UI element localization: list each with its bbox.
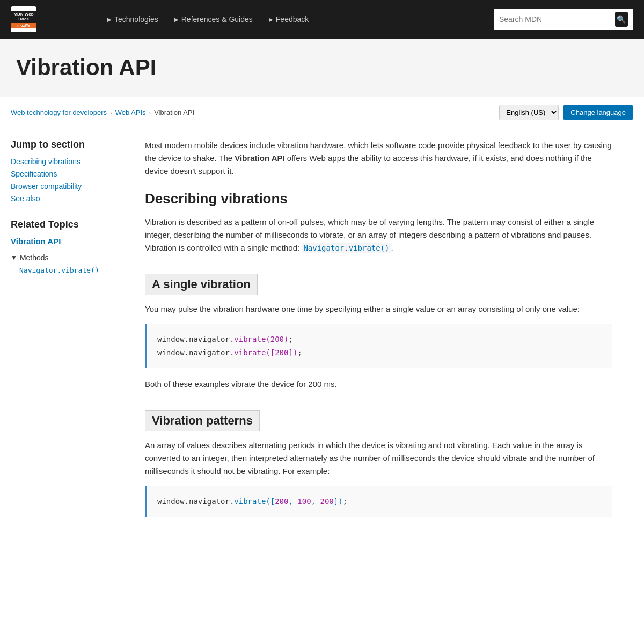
- code1-line1: window.navigator.vibrate(200);: [157, 333, 601, 346]
- breadcrumb-sep-1: ›: [110, 109, 112, 116]
- related-api-link[interactable]: Vibration API: [11, 237, 129, 246]
- code2-semi: ;: [343, 497, 347, 506]
- logo-bottom-text: mozí//a: [11, 23, 36, 28]
- code2-n3: 200: [320, 497, 333, 506]
- code2-method-start: vibrate([: [234, 497, 275, 506]
- code2-line1: window.navigator.vibrate([200, 100, 200]…: [157, 495, 601, 508]
- breadcrumb-web-tech[interactable]: Web technology for developers: [11, 108, 107, 116]
- breadcrumb: Web technology for developers › Web APIs…: [11, 108, 194, 116]
- code2-dot1: .: [185, 497, 189, 506]
- code1-l2-method: vibrate([200]): [234, 348, 297, 357]
- patterns-paragraph: An array of values describes alternating…: [145, 439, 612, 478]
- describing-end: .: [391, 243, 393, 252]
- method-link-navigator-vibrate[interactable]: Navigator.vibrate(): [11, 266, 129, 274]
- code2-comma2: ,: [311, 497, 320, 506]
- sidebar: Jump to section Describing vibrations Sp…: [11, 139, 129, 527]
- nav-references[interactable]: ▶ References & Guides: [174, 15, 253, 24]
- jump-to-section-title: Jump to section: [11, 139, 129, 150]
- header: MDN Web Docs mozí//a ▶ Technologies ▶ Re…: [0, 0, 644, 39]
- methods-toggle[interactable]: ▼ Methods: [11, 253, 129, 262]
- single-vibration-paragraph: You may pulse the vibration hardware one…: [145, 303, 612, 316]
- code1-l1-method: vibrate(200): [234, 335, 288, 343]
- nav-arrow-feedback: ▶: [269, 17, 273, 23]
- vibration-patterns-heading: Vibration patterns: [145, 410, 260, 431]
- code2-n1: 200: [275, 497, 288, 506]
- logo-top-text: MDN Web Docs: [11, 11, 36, 23]
- nav-technologies-label: Technologies: [114, 15, 158, 24]
- nav-technologies[interactable]: ▶ Technologies: [107, 15, 158, 24]
- sidebar-link-specifications[interactable]: Specifications: [11, 170, 57, 178]
- sidebar-link-describing[interactable]: Describing vibrations: [11, 157, 80, 166]
- main-content: Most modern mobile devices include vibra…: [145, 139, 612, 527]
- methods-arrow-icon: ▼: [11, 254, 17, 261]
- code2-window: window: [157, 497, 185, 506]
- nav-references-label: References & Guides: [181, 15, 253, 24]
- code1-l1-window: window: [157, 335, 185, 343]
- related-topics-title: Related Topics: [11, 219, 129, 230]
- code1-l2-dot1: .: [185, 348, 189, 357]
- navigator-vibrate-inline[interactable]: Navigator.vibrate(): [302, 243, 391, 253]
- code1-l1-dot1: .: [185, 335, 189, 343]
- code2-n2: 100: [297, 497, 311, 506]
- main-layout: Jump to section Describing vibrations Sp…: [0, 128, 644, 538]
- vibration-patterns-heading-text: Vibration patterns: [152, 414, 253, 427]
- single-vibration-heading-text: A single vibration: [152, 277, 251, 291]
- language-select[interactable]: English (US): [499, 105, 559, 120]
- code1-l2-navigator: navigator: [189, 348, 230, 357]
- nav-feedback-label: Feedback: [276, 15, 309, 24]
- intro-bold: Vibration API: [235, 153, 284, 163]
- breadcrumb-current: Vibration API: [154, 108, 194, 116]
- language-area: English (US) Change language: [499, 105, 633, 120]
- code1-line2: window.navigator.vibrate([200]);: [157, 346, 601, 360]
- search-button[interactable]: 🔍: [615, 12, 628, 27]
- intro-paragraph: Most modern mobile devices include vibra…: [145, 139, 612, 178]
- single-vibration-heading: A single vibration: [145, 274, 258, 295]
- main-nav: ▶ Technologies ▶ References & Guides ▶ F…: [107, 15, 483, 24]
- sidebar-nav-item-specifications: Specifications: [11, 169, 129, 178]
- sidebar-nav-item-browser-compat: Browser compatibility: [11, 181, 129, 191]
- page-title: Vibration API: [16, 55, 628, 80]
- title-band: Vibration API: [0, 39, 644, 97]
- breadcrumb-web-apis[interactable]: Web APIs: [115, 108, 146, 116]
- code2-comma1: ,: [288, 497, 297, 506]
- sidebar-link-see-also[interactable]: See also: [11, 194, 40, 203]
- search-input[interactable]: [499, 15, 611, 24]
- nav-feedback[interactable]: ▶ Feedback: [269, 15, 309, 24]
- describing-vibrations-heading: Describing vibrations: [145, 191, 612, 207]
- code1-l1-navigator: navigator: [189, 335, 230, 343]
- logo[interactable]: MDN Web Docs mozí//a: [11, 6, 97, 32]
- change-language-button[interactable]: Change language: [563, 105, 633, 120]
- sidebar-link-browser-compat[interactable]: Browser compatibility: [11, 182, 82, 191]
- logo-box: MDN Web Docs mozí//a: [11, 6, 36, 32]
- breadcrumb-sep-2: ›: [149, 109, 151, 116]
- nav-arrow-technologies: ▶: [107, 17, 112, 23]
- sidebar-nav-item-describing: Describing vibrations: [11, 157, 129, 166]
- jump-nav: Describing vibrations Specifications Bro…: [11, 157, 129, 203]
- code2-navigator: navigator: [189, 497, 230, 506]
- code2-method-end: ]): [334, 497, 343, 506]
- search-area: 🔍: [494, 9, 633, 30]
- code1-l2-window: window: [157, 348, 185, 357]
- code1-l1-semi: ;: [288, 335, 292, 343]
- nav-arrow-references: ▶: [174, 17, 179, 23]
- code1-l2-semi: ;: [297, 348, 302, 357]
- code-block-2: window.navigator.vibrate([200, 100, 200]…: [145, 486, 612, 517]
- sidebar-nav-item-see-also: See also: [11, 194, 129, 203]
- methods-label: Methods: [20, 253, 49, 262]
- code-block-1: window.navigator.vibrate(200); window.na…: [145, 324, 612, 368]
- breadcrumb-bar: Web technology for developers › Web APIs…: [0, 97, 644, 128]
- single-vibration-note: Both of these examples vibrate the devic…: [145, 378, 612, 391]
- describing-paragraph: Vibration is described as a pattern of o…: [145, 216, 612, 254]
